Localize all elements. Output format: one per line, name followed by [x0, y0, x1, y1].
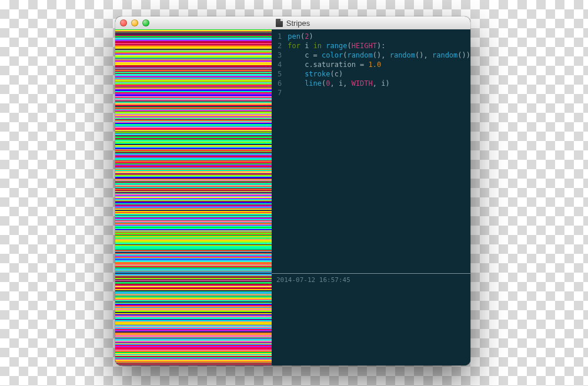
code-line[interactable]: for i in range(HEIGHT):: [288, 41, 470, 51]
svg-rect-91: [115, 111, 272, 112]
svg-rect-254: [115, 258, 272, 259]
svg-rect-367: [115, 362, 272, 362]
svg-rect-344: [115, 338, 272, 340]
svg-rect-223: [115, 229, 272, 230]
svg-rect-136: [115, 152, 272, 153]
svg-rect-71: [115, 92, 272, 93]
svg-rect-24: [115, 52, 272, 53]
svg-rect-241: [115, 245, 272, 246]
svg-rect-196: [115, 206, 272, 207]
svg-rect-233: [115, 239, 272, 239]
svg-rect-100: [115, 119, 272, 119]
svg-rect-108: [115, 126, 272, 127]
close-button[interactable]: [120, 19, 127, 26]
svg-rect-319: [115, 316, 272, 317]
svg-rect-296: [115, 297, 272, 297]
svg-rect-214: [115, 222, 272, 223]
svg-rect-340: [115, 335, 272, 336]
svg-rect-334: [115, 329, 272, 330]
svg-rect-76: [115, 98, 272, 98]
code-line[interactable]: pen(2): [288, 32, 470, 41]
code-line[interactable]: [288, 88, 470, 98]
code-editor[interactable]: 1234567 pen(2)for i in range(HEIGHT): c …: [272, 29, 470, 365]
svg-rect-125: [115, 143, 272, 144]
svg-rect-58: [115, 80, 272, 82]
code-line[interactable]: stroke(c): [288, 69, 470, 79]
svg-rect-87: [115, 109, 272, 109]
svg-rect-57: [115, 79, 272, 80]
svg-rect-191: [115, 201, 272, 202]
console-area: 2014-07-12 16:57:45: [272, 273, 470, 365]
svg-rect-190: [115, 200, 272, 201]
svg-rect-170: [115, 184, 272, 184]
svg-rect-144: [115, 159, 272, 160]
svg-rect-167: [115, 181, 272, 182]
svg-rect-353: [115, 347, 272, 348]
svg-rect-255: [115, 259, 272, 260]
code-line[interactable]: line(0, i, WIDTH, i): [288, 79, 470, 88]
svg-rect-88: [115, 109, 272, 110]
svg-rect-179: [115, 191, 272, 192]
svg-rect-7: [115, 36, 272, 37]
svg-rect-274: [115, 277, 272, 278]
svg-rect-371: [115, 365, 272, 365]
svg-rect-357: [115, 352, 272, 353]
window-titlebar[interactable]: Stripes: [115, 16, 470, 30]
svg-rect-38: [115, 64, 272, 65]
svg-rect-245: [115, 250, 272, 250]
svg-rect-282: [115, 284, 272, 285]
svg-rect-243: [115, 247, 272, 249]
svg-rect-311: [115, 308, 272, 309]
svg-rect-326: [115, 321, 272, 322]
svg-rect-200: [115, 210, 272, 211]
svg-rect-321: [115, 317, 272, 318]
svg-rect-137: [115, 153, 272, 153]
svg-rect-360: [115, 355, 272, 355]
svg-rect-302: [115, 301, 272, 303]
svg-rect-362: [115, 356, 272, 357]
code-lines[interactable]: pen(2)for i in range(HEIGHT): c = color(…: [286, 29, 470, 100]
svg-rect-217: [115, 224, 272, 224]
svg-rect-208: [115, 217, 272, 217]
svg-rect-177: [115, 189, 272, 190]
svg-rect-193: [115, 203, 272, 204]
svg-rect-252: [115, 256, 272, 257]
svg-rect-266: [115, 271, 272, 271]
svg-rect-140: [115, 156, 272, 156]
svg-rect-112: [115, 130, 272, 131]
editor-area[interactable]: 1234567 pen(2)for i in range(HEIGHT): c …: [272, 29, 470, 100]
code-line[interactable]: c.saturation = 1.0: [288, 60, 470, 69]
svg-rect-292: [115, 293, 272, 294]
svg-rect-51: [115, 74, 272, 75]
svg-rect-303: [115, 303, 272, 303]
svg-rect-257: [115, 261, 272, 262]
minimize-button[interactable]: [131, 19, 138, 26]
svg-rect-324: [115, 320, 272, 320]
svg-rect-312: [115, 309, 272, 310]
svg-rect-36: [115, 62, 272, 63]
window-body: 1234567 pen(2)for i in range(HEIGHT): c …: [115, 29, 470, 365]
svg-rect-106: [115, 124, 272, 125]
svg-rect-343: [115, 338, 272, 338]
svg-rect-369: [115, 364, 272, 364]
svg-rect-183: [115, 193, 272, 194]
zoom-button[interactable]: [142, 19, 149, 26]
svg-rect-115: [115, 133, 272, 133]
svg-rect-315: [115, 312, 272, 313]
svg-rect-49: [115, 73, 272, 73]
svg-rect-322: [115, 318, 272, 319]
svg-rect-46: [115, 71, 272, 71]
code-line[interactable]: c = color(random(), random(), random()): [288, 51, 470, 60]
svg-rect-231: [115, 236, 272, 237]
svg-rect-188: [115, 198, 272, 199]
svg-rect-178: [115, 190, 272, 191]
svg-rect-122: [115, 139, 272, 140]
svg-rect-203: [115, 213, 272, 214]
svg-rect-85: [115, 107, 272, 108]
svg-rect-47: [115, 71, 272, 72]
svg-rect-169: [115, 183, 272, 184]
svg-rect-333: [115, 328, 272, 329]
svg-rect-22: [115, 51, 272, 51]
svg-rect-83: [115, 105, 272, 106]
svg-rect-349: [115, 343, 272, 344]
